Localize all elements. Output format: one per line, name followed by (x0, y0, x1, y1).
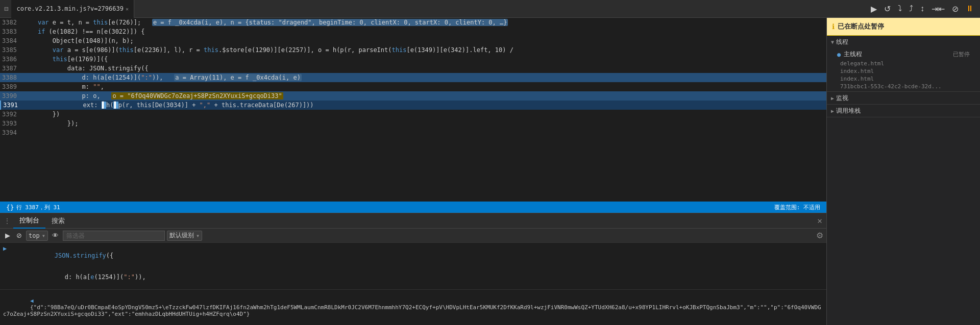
expand-icon[interactable]: ⊟ (4, 5, 8, 13)
console-text-1: JSON.stringify({ (10, 245, 823, 266)
line-content-3393: }); (23, 120, 78, 127)
tab-search[interactable]: 搜索 (45, 213, 71, 229)
status-left: {} 行 3387，列 31 (6, 204, 60, 211)
tab-close-icon[interactable]: ✕ (126, 6, 129, 12)
line-content-3386: this[e(1769)]({ (23, 56, 108, 63)
file-item-2[interactable]: index.html (840, 67, 980, 75)
execute-button[interactable]: ▶ (3, 231, 12, 240)
console-bottom-output: ◀ {"d":"98Ba7eQ/uDr0BCmpaE4oSpYDngV50mz5… (0, 289, 826, 325)
arrow-left-icon: ◀ (30, 297, 34, 304)
line-num-3387: 3387 (0, 65, 23, 72)
cursor-position: 行 3387，列 31 (16, 204, 60, 211)
clear-button[interactable]: ⊘ (14, 231, 24, 240)
line-num-3390: 3390 (0, 92, 23, 99)
line-num-3394: 3394 (0, 129, 23, 136)
callstack-section: ▶ 调用堆栈 (827, 105, 980, 117)
file-list: delegate.html index.html index.html 731b… (827, 60, 980, 90)
file-item-1[interactable]: delegate.html (840, 60, 980, 67)
deactivate-button[interactable]: ⇥⇤ (929, 3, 947, 15)
tab-label: core.v2.21.3.min.js?v=2796639 (16, 5, 124, 12)
dont-pause-button[interactable]: ⊘ (950, 3, 961, 15)
main-thread-item[interactable]: ● 主线程 已暂停 (827, 49, 980, 60)
console-text-2: d: h(a[e(1254)](":")), (10, 266, 823, 288)
status-bar: {} 行 3387，列 31 覆盖范围: 不适用 (0, 202, 826, 213)
eye-button[interactable]: 👁 (50, 231, 61, 240)
step-out-button[interactable]: ⤴ (907, 3, 915, 14)
coverage-label: 覆盖范围: 不适用 (774, 204, 820, 211)
status-right: 覆盖范围: 不适用 (774, 204, 820, 211)
line-content-3383: if (e(1082) !== n[e(3022)]) { (23, 28, 144, 35)
resume-button[interactable]: ▶ (869, 3, 879, 15)
paused-notification: ℹ 已在断点处暂停 (827, 18, 980, 36)
watch-section: ▶ 监视 (827, 92, 980, 105)
main-thread-status: 已暂停 (953, 51, 970, 58)
code-line-3393: 3393 }); (0, 119, 826, 128)
line-num-3385: 3385 (0, 46, 23, 54)
code-line-3384: 3384 Object[e(1048)](n, b); (0, 36, 826, 45)
line-content-3387: data: JSON.stringify({ (23, 65, 149, 72)
code-area[interactable]: 3382 var e = t, n = this[e(726)]; e = f … (0, 18, 826, 202)
warning-icon: ℹ (832, 22, 835, 31)
level-value: 默认级别 (169, 231, 194, 240)
line-content-3390: p: o, o = "6fOq40VWDGc7oZeaj+S8PzSn2XYux… (23, 92, 283, 99)
code-line-3386: 3386 this[e(1769)]({ (0, 55, 826, 64)
context-value: top (29, 232, 40, 239)
filter-input[interactable] (63, 231, 165, 241)
line-num-3393: 3393 (0, 120, 23, 127)
line-num-3392: 3392 (0, 111, 23, 118)
callstack-section-title: 调用堆栈 (836, 107, 861, 115)
context-dropdown-icon: ▾ (42, 232, 45, 239)
code-line-3382: 3382 var e = t, n = this[e(726)]; e = f … (0, 18, 826, 27)
bottom-toolbar: ▶ ⊘ top ▾ 👁 默认级别 ▾ ⚙ (0, 229, 826, 243)
code-line-3385: 3385 var a = s[e(986)](this[e(2236)], l)… (0, 45, 826, 55)
file-item-3[interactable]: index.html (840, 75, 980, 83)
console-row-1: ▶ JSON.stringify({ (0, 245, 826, 266)
code-panel: 3382 var e = t, n = this[e(726)]; e = f … (0, 18, 827, 325)
expand-arrow[interactable]: ▶ (3, 245, 10, 252)
top-bar-toolbar: ▶ ↺ ⤵ ⤴ ↕ ⇥⇤ ⊘ ⏸ (869, 3, 976, 15)
pause-button[interactable]: ⏸ (964, 3, 976, 14)
line-content-3382: var e = t, n = this[e(726)]; e = f _0x4c… (23, 19, 508, 26)
main-thread-bullet: ● (837, 51, 841, 58)
thread-section-content: ● 主线程 已暂停 delegate.html index.html index… (827, 48, 980, 91)
code-line-3387: 3387 data: JSON.stringify({ (0, 64, 826, 73)
main-thread-name: 主线程 (844, 50, 950, 59)
level-select[interactable]: 默认级别 ▾ (167, 231, 202, 241)
step-into-button[interactable]: ⤵ (896, 3, 904, 14)
callstack-collapse-icon: ▶ (831, 108, 834, 114)
console-content[interactable]: ▶ JSON.stringify({ d: h(a[e(1254)](":"))… (0, 243, 826, 289)
close-bottom-panel-button[interactable]: ✕ (817, 216, 822, 226)
step-button[interactable]: ↕ (918, 3, 926, 14)
bottom-panel-menu[interactable]: ⋮ (4, 217, 10, 224)
code-line-3391: 3391 ext: ▌h(▌p(r, this[De(3034)] + "," … (0, 101, 826, 110)
console-row-2: d: h(a[e(1254)](":")), (0, 266, 826, 288)
line-num-3383: 3383 (0, 28, 23, 35)
tab-core-js[interactable]: core.v2.21.3.min.js?v=2796639 ✕ (11, 0, 134, 18)
context-select[interactable]: top ▾ (26, 231, 48, 241)
code-line-3388: 3388 d: h(a[e(1254)](":")), a = Array(11… (0, 73, 826, 82)
line-content-3384: Object[e(1048)](n, b); (23, 37, 134, 44)
thread-section-title: 线程 (836, 38, 848, 46)
code-line-3383: 3383 if (e(1082) !== n[e(3022)]) { (0, 27, 826, 36)
line-content-3385: var a = s[e(986)](this[e(2236)], l), r =… (23, 46, 513, 54)
step-over-button[interactable]: ↺ (882, 3, 893, 15)
level-dropdown-icon: ▾ (196, 232, 200, 239)
watch-collapse-icon: ▶ (831, 95, 834, 101)
callstack-section-header[interactable]: ▶ 调用堆栈 (827, 105, 980, 117)
thread-section-header[interactable]: ▼ 线程 (827, 36, 980, 48)
right-panel: ℹ 已在断点处暂停 ▼ 线程 ● 主线程 已暂停 delegate.html i… (827, 18, 980, 325)
bottom-panel: ⋮ 控制台 搜索 ✕ ▶ ⊘ top ▾ 👁 (0, 213, 826, 325)
tab-console[interactable]: 控制台 (13, 213, 45, 229)
line-content-3391: ext: ▌h(▌p(r, this[De(3034)] + "," + thi… (24, 102, 314, 109)
bottom-tabs: ⋮ 控制台 搜索 ✕ (0, 213, 826, 229)
line-content-3389: m: "", (23, 83, 104, 90)
code-line-3394: 3394 (0, 128, 826, 137)
file-item-4[interactable]: 731bcbc1-553c-42c2-bcde-32d... (840, 83, 980, 90)
settings-button[interactable]: ⚙ (816, 231, 823, 240)
thread-section: ▼ 线程 ● 主线程 已暂停 delegate.html index.html … (827, 36, 980, 92)
top-bar: ⊟ core.v2.21.3.min.js?v=2796639 ✕ ▶ ↺ ⤵ … (0, 0, 980, 18)
watch-section-title: 监视 (836, 94, 848, 103)
watch-section-header[interactable]: ▶ 监视 (827, 92, 980, 104)
line-num-3382: 3382 (0, 19, 23, 26)
line-num-3384: 3384 (0, 37, 23, 44)
